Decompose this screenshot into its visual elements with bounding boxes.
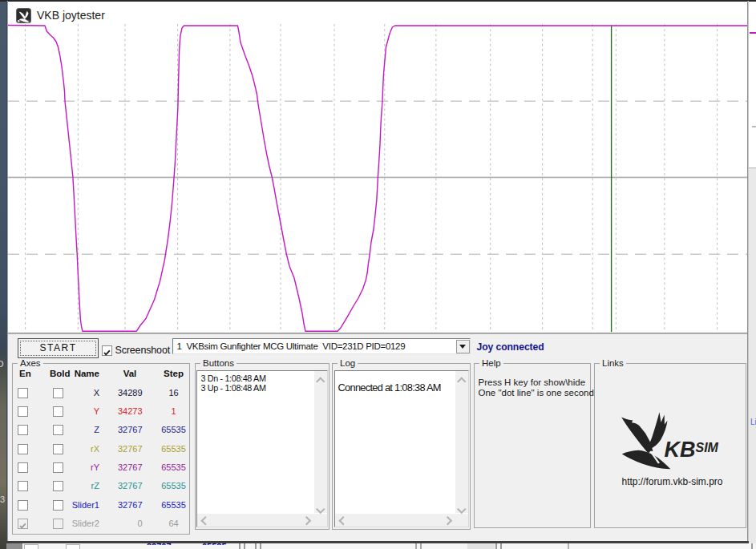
svg-text:KB: KB bbox=[665, 438, 696, 462]
svg-text:SIM: SIM bbox=[696, 441, 719, 454]
